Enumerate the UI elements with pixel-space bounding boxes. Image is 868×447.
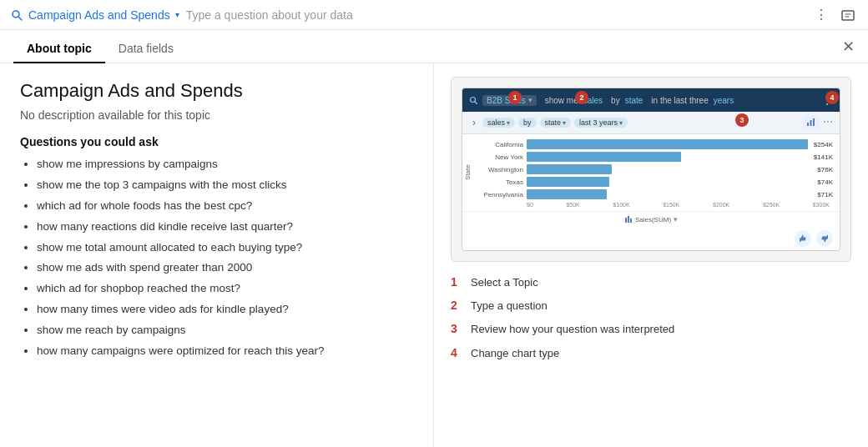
step-number-2: 2 (451, 299, 464, 312)
bar-track (527, 177, 811, 187)
x-axis: $0 $50K $100K $150K $200K $250K $300K (480, 202, 833, 208)
table-row: California $254K (480, 139, 833, 149)
x-tick: $300K (813, 202, 830, 208)
chart-inner: B2B Sales ▾ show me sales by state in th… (462, 88, 840, 251)
step-row-4: 4 Change chart type (451, 346, 851, 361)
chevron-down-icon: ▾ (175, 10, 179, 19)
pill-sales: sales ▾ (482, 118, 515, 128)
step-badge-3: 3 (735, 113, 749, 127)
steps-section: 1 Select a Topic 2 Type a question 3 Rev… (451, 275, 851, 361)
bar-value: $76K (817, 166, 833, 173)
step-number-4: 4 (451, 346, 464, 359)
chart-preview: 1 2 3 4 B2B Sales ▾ sh (451, 77, 851, 262)
expand-arrow-icon[interactable]: › (469, 115, 479, 130)
list-item: show me impressions by campaigns (37, 157, 413, 173)
search-icon (10, 8, 23, 22)
toolbar-query-suffix: in the last three (651, 96, 708, 105)
chart-body: State California $254K (462, 134, 840, 211)
x-tick: $200K (713, 202, 729, 208)
svg-point-0 (13, 11, 19, 18)
list-item: show me total amount allocated to each b… (37, 240, 413, 256)
bar-track (527, 139, 808, 149)
bar-value: $71K (817, 191, 833, 198)
bar-track (527, 164, 811, 174)
step-badge-2: 2 (575, 91, 588, 104)
bar-fill (527, 189, 607, 199)
bar-label: Texas (480, 178, 523, 186)
tab-about-topic[interactable]: About topic (13, 35, 105, 63)
main-content: Campaign Ads and Spends No description a… (0, 63, 868, 447)
toolbar-query-mid: by (611, 96, 620, 105)
top-bar-actions: ⋮ (811, 5, 858, 25)
step-badge-4: 4 (825, 91, 839, 104)
x-tick: $150K (663, 202, 679, 208)
step-text-4: Change chart type (471, 346, 559, 361)
step-number-3: 3 (451, 322, 464, 335)
bar-value: $74K (817, 178, 833, 186)
kebab-menu-icon[interactable]: ⋮ (811, 5, 831, 25)
step-row-3: 3 Review how your question was interpret… (451, 322, 851, 337)
questions-list: show me impressions by campaigns show me… (20, 157, 413, 359)
step-row-1: 1 Select a Topic (451, 275, 851, 290)
list-item: how many reactions did kindle receive la… (37, 219, 413, 235)
svg-rect-8 (625, 218, 627, 223)
maximize-icon[interactable] (838, 5, 858, 25)
tab-data-fields[interactable]: Data fields (105, 35, 187, 63)
list-item: show me reach by campaigns (37, 323, 413, 339)
pill-state: state ▾ (540, 118, 572, 128)
svg-rect-2 (842, 11, 854, 20)
svg-line-1 (19, 17, 23, 20)
step-text-1: Select a Topic (471, 275, 538, 290)
thumbs-down-button[interactable] (816, 230, 833, 247)
questions-heading: Questions you could ask (20, 135, 413, 148)
step-row-2: 2 Type a question (451, 299, 851, 314)
chart-feedback (462, 227, 840, 250)
x-tick: $100K (613, 202, 629, 208)
thumbs-up-button[interactable] (795, 230, 811, 247)
bar-track (527, 152, 808, 162)
bar-label: Washington (480, 166, 523, 173)
table-row: Texas $74K (480, 177, 833, 187)
footer-label: Sales(SUM) (635, 216, 671, 224)
table-row: Washington $76K (480, 164, 833, 174)
bar-value: $254K (814, 141, 833, 148)
y-axis-label: State (462, 134, 473, 211)
list-item: how many times were video ads for kindle… (37, 302, 413, 318)
toolbar-query-link2: state (625, 96, 643, 105)
bars-section: California $254K New York (473, 134, 840, 211)
close-button[interactable]: ✕ (842, 39, 855, 54)
bar-fill (527, 152, 681, 162)
bar-track (527, 189, 811, 199)
svg-rect-10 (630, 218, 632, 223)
bar-fill (527, 139, 808, 149)
step-text-3: Review how your question was interpreted (471, 322, 674, 337)
footer-chevron[interactable]: ▾ (674, 215, 678, 224)
topic-selector[interactable]: Campaign Ads and Spends ▾ (10, 8, 179, 22)
question-placeholder[interactable]: Type a question about your data (186, 8, 353, 22)
svg-rect-9 (628, 216, 629, 223)
right-panel: 1 2 3 4 B2B Sales ▾ sh (434, 63, 868, 447)
bar-fill (527, 177, 609, 187)
svg-rect-5 (807, 123, 809, 126)
list-item: show me the top 3 campaigns with the mos… (37, 178, 413, 193)
table-row: New York $141K (480, 152, 833, 162)
x-tick: $0 (527, 202, 533, 208)
svg-rect-7 (813, 118, 815, 126)
list-item: which ad for shopbop reached the most? (37, 281, 413, 297)
list-item: how many campaigns were optimized for re… (37, 344, 413, 359)
chart-more-icon[interactable]: ⋯ (823, 116, 833, 129)
pill-by: by (518, 118, 537, 128)
top-bar: Campaign Ads and Spends ▾ Type a questio… (0, 0, 868, 30)
chart-search (469, 96, 477, 104)
step-text-2: Type a question (471, 299, 548, 314)
bar-label: New York (480, 153, 523, 161)
svg-line-4 (475, 102, 477, 104)
svg-rect-6 (810, 120, 812, 126)
chart-footer: Sales(SUM) ▾ (462, 211, 840, 227)
pills-row: › sales ▾ by state ▾ last 3 years ▾ (462, 112, 840, 134)
topic-title: Campaign Ads and Spends (20, 80, 413, 102)
list-item: show me ads with spend greater than 2000 (37, 260, 413, 276)
step-badge-1: 1 (508, 91, 522, 104)
x-tick: $50K (566, 202, 579, 208)
chart-type-icon[interactable] (803, 116, 820, 129)
